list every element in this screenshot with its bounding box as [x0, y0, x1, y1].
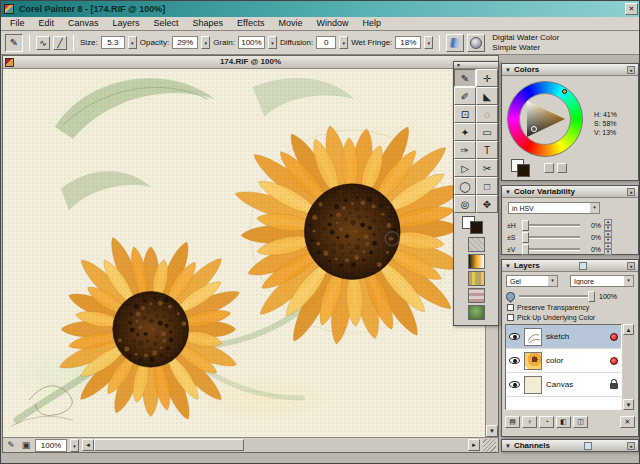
menu-item-layers[interactable]: Layers: [106, 17, 147, 30]
layer-adjuster-tool[interactable]: ✛: [476, 69, 498, 87]
layers-header-icon[interactable]: [579, 262, 587, 270]
text-tool[interactable]: T: [476, 141, 498, 159]
layer-row-canvas[interactable]: Canvas: [506, 373, 621, 397]
menu-item-file[interactable]: File: [3, 17, 32, 30]
opacity-flyout-arrow-icon[interactable]: ▾: [201, 36, 210, 49]
horizontal-scroll-thumb[interactable]: [94, 439, 244, 451]
layer-row-color[interactable]: color: [506, 349, 621, 373]
zoom-dropdown-arrow-icon[interactable]: ▾: [70, 439, 79, 452]
dab-preview-button[interactable]: [467, 34, 485, 52]
value-stepper[interactable]: ▲▼: [604, 219, 612, 231]
layer-visibility-eye-icon[interactable]: [509, 333, 520, 340]
value-stepper[interactable]: ▲▼: [604, 243, 612, 255]
zoom-level-select[interactable]: 100%: [35, 439, 67, 452]
layers-panel-header[interactable]: ▼ Layers ●: [502, 260, 638, 272]
opacity-input[interactable]: 29%: [172, 36, 198, 49]
channels-panel-header[interactable]: ▼ Channels ●: [502, 440, 638, 452]
rect-shape-tool[interactable]: □: [476, 177, 498, 195]
magnifier-tool[interactable]: ◎: [454, 195, 476, 213]
crop-tool[interactable]: ⊡: [454, 105, 476, 123]
pickup-underlying-color-checkbox[interactable]: [507, 314, 514, 321]
size-input[interactable]: 5.3: [101, 36, 125, 49]
drawing-mode-icon[interactable]: ✎: [5, 440, 17, 450]
menu-item-edit[interactable]: Edit: [32, 17, 62, 30]
stepper-down-icon[interactable]: ▼: [604, 249, 612, 255]
horizontal-scrollbar[interactable]: ◄ ►: [82, 439, 480, 452]
collapse-triangle-icon[interactable]: ▼: [505, 189, 511, 195]
freehand-stroke-icon[interactable]: ∿: [36, 36, 50, 50]
weave-selector-icon[interactable]: [468, 288, 485, 303]
brush-tool-indicator-icon[interactable]: ✎: [5, 34, 23, 52]
variability-slider[interactable]: [522, 236, 580, 239]
variability-slider[interactable]: [522, 248, 580, 251]
new-layer-button[interactable]: ＋: [522, 416, 537, 428]
paper-selector-icon[interactable]: [468, 237, 485, 252]
palette-menu-icon[interactable]: ●: [627, 66, 635, 74]
diffusion-input[interactable]: 0: [316, 36, 336, 49]
slider-thumb[interactable]: [522, 244, 529, 255]
menu-item-window[interactable]: Window: [309, 17, 355, 30]
menu-item-help[interactable]: Help: [356, 17, 389, 30]
scroll-left-icon[interactable]: ◄: [82, 439, 94, 451]
main-color-swatch[interactable]: [517, 164, 530, 177]
brush-selector-button[interactable]: [446, 34, 464, 52]
slider-thumb[interactable]: [522, 220, 529, 231]
slider-thumb[interactable]: [522, 232, 529, 243]
composite-method-select[interactable]: Gel ▾: [506, 275, 558, 287]
scroll-up-icon[interactable]: ▲: [623, 324, 634, 335]
lasso-tool[interactable]: ◌: [476, 105, 498, 123]
grabber-tool[interactable]: ✥: [476, 195, 498, 213]
tracing-paper-icon[interactable]: ▣: [20, 440, 32, 450]
value-stepper[interactable]: ▲▼: [604, 231, 612, 243]
rect-select-tool[interactable]: ▭: [476, 123, 498, 141]
diffusion-flyout-arrow-icon[interactable]: ▾: [339, 36, 348, 49]
palette-menu-icon[interactable]: ●: [627, 188, 635, 196]
palette-menu-icon[interactable]: ●: [627, 262, 635, 270]
gradient-selector-icon[interactable]: [468, 254, 485, 269]
scroll-down-icon[interactable]: ▼: [486, 425, 498, 437]
document-title-bar[interactable]: 174.RIF @ 100%: [3, 56, 498, 69]
straight-stroke-icon[interactable]: ╱: [53, 36, 67, 50]
canvas[interactable]: [3, 69, 485, 437]
scroll-down-icon[interactable]: ▼: [623, 399, 634, 410]
resize-grip[interactable]: [483, 439, 496, 452]
grain-flyout-arrow-icon[interactable]: ▾: [268, 36, 277, 49]
hue-marker[interactable]: [562, 89, 567, 94]
swap-colors-button[interactable]: [544, 163, 554, 173]
scissors-tool[interactable]: ✂: [476, 159, 498, 177]
layer-opacity-slider[interactable]: [519, 295, 595, 298]
shape-select-tool[interactable]: ▷: [454, 159, 476, 177]
menu-item-select[interactable]: Select: [147, 17, 186, 30]
pattern-selector-icon[interactable]: [468, 271, 485, 286]
colors-panel-header[interactable]: ▼ Colors ●: [502, 64, 638, 76]
paint-bucket-tool[interactable]: ◣: [476, 87, 498, 105]
layer-visibility-eye-icon[interactable]: [509, 357, 520, 364]
grain-input[interactable]: 100%: [238, 36, 265, 49]
brush-selector-labels[interactable]: Digital Water Color Simple Water: [492, 33, 559, 53]
oval-shape-tool[interactable]: ◯: [454, 177, 476, 195]
scroll-right-icon[interactable]: ►: [468, 439, 480, 451]
menu-item-effects[interactable]: Effects: [230, 17, 271, 30]
pen-tool[interactable]: ✑: [454, 141, 476, 159]
nozzle-selector-icon[interactable]: [468, 305, 485, 320]
wet-fringe-flyout-arrow-icon[interactable]: ▾: [424, 36, 433, 49]
delete-layer-button[interactable]: ✕: [620, 416, 635, 428]
opacity-slider-thumb[interactable]: [588, 291, 595, 302]
layer-visibility-eye-icon[interactable]: [509, 381, 520, 388]
new-liquid-ink-layer-button[interactable]: ◧: [556, 416, 571, 428]
palette-menu-icon[interactable]: ●: [627, 442, 635, 450]
channels-header-icon[interactable]: [584, 442, 592, 450]
collapse-triangle-icon[interactable]: ▼: [505, 67, 511, 73]
menu-item-movie[interactable]: Movie: [271, 17, 309, 30]
magic-wand-tool[interactable]: ✦: [454, 123, 476, 141]
new-watercolor-layer-button[interactable]: ◔: [539, 416, 554, 428]
brush-tool[interactable]: ✎: [454, 69, 476, 87]
size-flyout-arrow-icon[interactable]: ▾: [128, 36, 137, 49]
layer-row-sketch[interactable]: sketch: [506, 325, 621, 349]
menu-item-canvas[interactable]: Canvas: [61, 17, 106, 30]
layer-list-scrollbar[interactable]: ▲ ▼: [623, 324, 635, 410]
preserve-transparency-checkbox[interactable]: [507, 304, 514, 311]
toolbox-header[interactable]: ▼: [454, 62, 498, 69]
title-bar[interactable]: Corel Painter 8 - [174.RIF @ 100%] ✕: [1, 1, 640, 17]
sv-triangle[interactable]: [521, 95, 569, 143]
